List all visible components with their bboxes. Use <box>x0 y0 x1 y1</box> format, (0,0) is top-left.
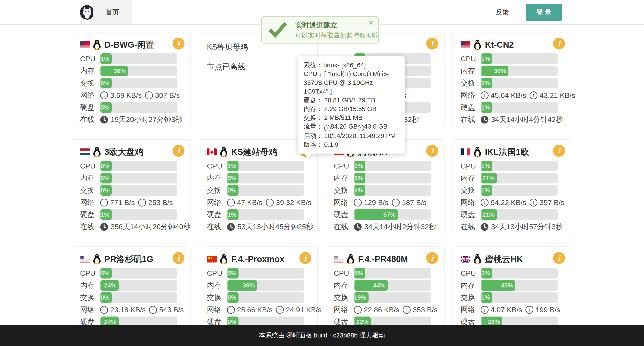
uptime-value: 34天13小时57分钟3秒 <box>491 222 563 232</box>
stat-label-net: 网络 <box>460 305 481 314</box>
stat-label-mem: 内存 <box>334 280 354 290</box>
stat-row-cpu: CPU 0% <box>334 160 436 171</box>
download-arrow-icon: ↓ <box>100 199 108 206</box>
login-button[interactable]: 登录 <box>526 4 562 21</box>
tooltip-label: CPU： <box>304 70 324 78</box>
info-icon[interactable]: i <box>426 38 438 50</box>
toast-message: 可以实时获取最新监控数据啦 <box>295 31 378 40</box>
server-info-tooltip: 系统：linux- [x86_64]CPU：[ "Intel(R) Core(T… <box>298 56 405 154</box>
country-flag-icon-gb <box>460 256 470 262</box>
cpu-progress-fill: 0% <box>481 268 492 278</box>
footer-commit-link[interactable]: c23b88b <box>333 332 358 339</box>
uptime-value: 19天20小时27分钟3秒 <box>110 115 182 124</box>
swap-progressbar: 0% <box>100 78 177 88</box>
cpu-progress-fill: 5% <box>100 268 112 278</box>
net-up-value: 353 B/s <box>413 306 437 314</box>
cpu-progress-fill: 0% <box>354 160 365 171</box>
info-icon[interactable]: i <box>553 145 565 157</box>
toast-close-icon[interactable]: ✕ <box>368 20 374 26</box>
linux-penguin-icon <box>92 146 102 157</box>
stat-label-cpu: CPU <box>207 269 227 278</box>
cpu-progress-fill: 1% <box>100 54 112 64</box>
disk-progress-fill: 57% <box>354 209 398 220</box>
stat-row-swap: 交换 1% <box>460 292 563 303</box>
mem-progressbar: 36% <box>481 66 558 76</box>
cpu-progressbar: 0% <box>354 160 431 171</box>
stat-row-mem: 内存 6% <box>80 173 183 184</box>
stat-label-mem: 内存 <box>207 280 227 290</box>
swap-progressbar: 0% <box>481 78 558 88</box>
stat-row-net: 网络 ↓3.69 KB/s ↑307 B/s <box>80 90 183 100</box>
disk-progressbar: 11% <box>481 102 558 113</box>
card-title-row: 蜜桃云HK <box>460 253 563 265</box>
cpu-progressbar: 15% <box>354 268 431 278</box>
footer-panel-link[interactable]: 哪吒面板 <box>286 332 312 339</box>
net-up-value: 253 B/s <box>148 198 173 207</box>
stat-label-net: 网络 <box>80 305 100 314</box>
net-up-value: 39.32 KB/s <box>276 198 311 207</box>
stat-row-uptime: 在线 19天20小时27分钟3秒 <box>80 114 183 125</box>
mem-progress-fill: 36% <box>100 66 128 76</box>
mem-progressbar: 45% <box>481 280 558 291</box>
upload-arrow-icon: ↑ <box>138 199 146 206</box>
upload-arrow-icon: ↑ <box>392 199 400 206</box>
info-icon[interactable]: i <box>553 252 565 264</box>
cpu-progress-fill: 1% <box>481 54 492 64</box>
stat-row-swap: 交换 0% <box>80 185 183 196</box>
download-arrow-icon: ↓ <box>481 306 488 314</box>
footer: 本系统由 哪吒面板 build · c23b88b 强力驱动 <box>0 325 644 346</box>
info-icon[interactable]: i <box>172 38 184 50</box>
feedback-link[interactable]: 反馈 <box>496 0 509 24</box>
stat-row-net: 网络 ↓771 B/s ↑253 B/s <box>80 197 183 208</box>
stat-label-mem: 内存 <box>460 173 481 183</box>
tab-home-label: 首页 <box>106 8 119 17</box>
info-icon[interactable]: i <box>172 145 184 157</box>
stat-label-disk: 硬盘 <box>80 210 100 220</box>
cpu-progress-fill: 1% <box>481 160 492 171</box>
download-arrow-icon: ↓ <box>481 199 488 206</box>
net-down-value: 94.22 KB/s <box>491 198 526 207</box>
net-down-value: 771 B/s <box>110 198 135 207</box>
stat-row-cpu: CPU 1% <box>460 54 563 64</box>
info-icon[interactable]: i <box>426 145 438 157</box>
linux-penguin-icon <box>92 254 102 264</box>
stat-row-mem: 内存 15% <box>207 173 310 184</box>
stat-row-uptime: 在线 356天14小时20分钟40秒 <box>80 222 183 232</box>
stat-row-disk: 硬盘 1% <box>80 209 183 220</box>
upload-arrow-icon: ↑ <box>266 199 274 206</box>
stat-row-cpu: CPU 0% <box>460 268 563 278</box>
stat-row-net: 网络 ↓47 KB/s ↑39.32 KB/s <box>207 197 310 208</box>
net-down-value: 4.07 KB/s <box>491 306 522 314</box>
info-icon[interactable]: i <box>299 252 311 264</box>
tab-home[interactable]: 首页 <box>93 0 132 24</box>
info-icon[interactable]: i <box>172 252 184 264</box>
net-up-value: 357 B/s <box>540 198 564 207</box>
linux-penguin-icon <box>473 39 482 50</box>
net-up-value: 307 B/s <box>155 91 180 100</box>
swap-progress-fill: 1% <box>481 185 492 196</box>
download-arrow-icon: ↓ <box>324 125 330 131</box>
stat-row-mem: 内存 44% <box>334 280 436 291</box>
tooltip-row: 流量：↓84.26 GB↑43.6 GB <box>304 122 400 131</box>
mem-progressbar: 39% <box>227 280 304 291</box>
site-logo-avatar[interactable] <box>80 5 94 20</box>
cpu-progressbar: 1% <box>100 54 177 64</box>
swap-progressbar: 1% <box>481 185 558 196</box>
cpu-progress-fill: 15% <box>354 268 365 278</box>
cpu-progress-fill: 5% <box>227 268 238 278</box>
stat-row-net: 网络 ↓23.18 KB/s ↑543 B/s <box>80 304 183 315</box>
mem-progress-fill: 3% <box>354 173 365 184</box>
stat-row-mem: 内存 36% <box>460 66 563 76</box>
stat-label-cpu: CPU <box>460 55 481 63</box>
linux-penguin-icon <box>92 39 102 50</box>
stat-label-mem: 内存 <box>80 173 100 183</box>
stat-label-swap: 交换 <box>80 78 100 88</box>
stat-label-swap: 交换 <box>460 186 481 195</box>
uptime-value: 53天13小时45分钟25秒 <box>238 222 313 232</box>
download-arrow-icon: ↓ <box>227 199 235 206</box>
info-icon[interactable]: i <box>426 252 438 264</box>
swap-progress-fill: 19% <box>354 292 368 303</box>
info-icon[interactable]: i <box>553 38 565 50</box>
net-up-value: 543 B/s <box>159 306 184 314</box>
stat-label-swap: 交换 <box>334 186 354 195</box>
